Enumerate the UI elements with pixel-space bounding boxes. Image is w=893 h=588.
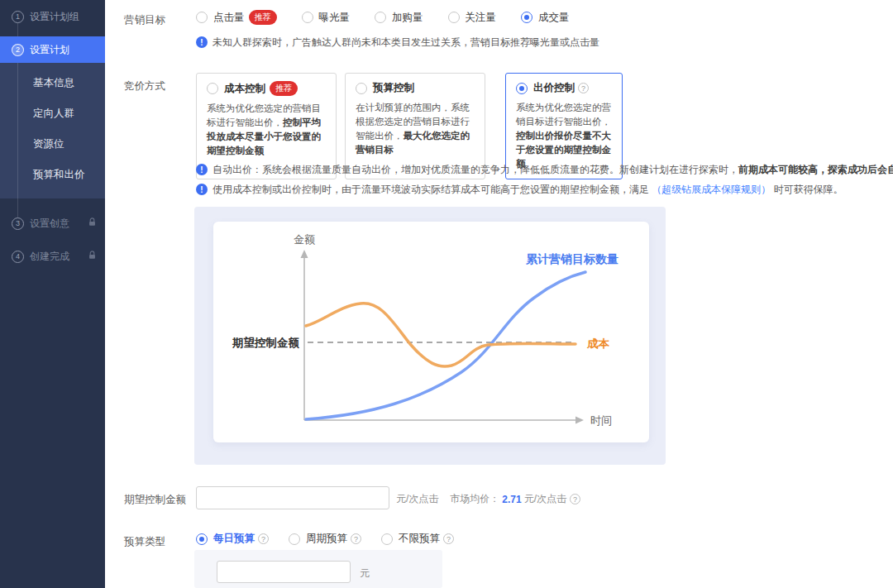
budget-type-label: 预算类型	[124, 535, 165, 549]
info-icon: !	[196, 184, 208, 195]
sidebar-item-basic-info[interactable]: 基本信息	[0, 68, 105, 98]
radio-daily-budget[interactable]: 每日预算 ?	[196, 532, 269, 546]
marketing-goal-label: 营销目标	[124, 13, 165, 27]
recommend-badge: 推荐	[249, 10, 277, 25]
help-icon[interactable]: ?	[258, 533, 269, 544]
sidebar-step-complete[interactable]: 4 创建完成	[0, 243, 105, 270]
radio-icon	[516, 83, 528, 94]
chart-dash-label: 期望控制金额	[232, 336, 300, 349]
step-label: 设置创意	[30, 217, 69, 231]
sidebar-step-set-plan[interactable]: 2 设置计划	[0, 36, 105, 63]
info-icon: !	[196, 36, 208, 48]
radio-period-budget[interactable]: 周期预算 ?	[289, 532, 361, 546]
market-average-price: 2.71	[502, 494, 521, 505]
radio-icon	[302, 12, 313, 23]
radio-icon	[196, 12, 208, 23]
radio-transactions[interactable]: 成交量	[521, 11, 570, 25]
expected-amount-units: 元/次点击 市场均价： 2.71 元/次点击 ?	[396, 492, 580, 506]
help-icon[interactable]: ?	[578, 83, 589, 93]
lock-icon	[88, 251, 97, 262]
step-label: 创建完成	[30, 250, 69, 264]
ad-plan-setup-page: 1 设置计划组 2 设置计划 基本信息 定向人群 资源位 预算和出价 3 设置创…	[0, 0, 893, 588]
guarantee-rules-link[interactable]: （超级钻展成本保障规则）	[652, 184, 771, 195]
sidebar-item-targeting[interactable]: 定向人群	[0, 98, 105, 129]
bid-explainer-chart-card: 金额 时间 期望控制金额 累计营销目标数量 成本	[213, 222, 649, 442]
budget-unit: 元	[360, 566, 370, 581]
radio-icon	[521, 12, 532, 23]
radio-impressions[interactable]: 曝光量	[302, 11, 351, 25]
sidebar-step-plan-group[interactable]: 1 设置计划组	[0, 3, 105, 30]
radio-icon	[381, 533, 393, 545]
sidebar-item-budget-bid[interactable]: 预算和出价	[0, 160, 105, 190]
chart-x-axis-label: 时间	[590, 414, 612, 427]
bidding-method-label: 竞价方式	[124, 79, 165, 93]
radio-unlimited-budget[interactable]: 不限预算 ?	[381, 532, 454, 546]
marketing-goal-hint: ! 未知人群探索时，广告触达人群尚未和本类目发生过关系，营销目标推荐曝光量或点击…	[196, 36, 599, 50]
expected-amount-label: 期望控制金额	[124, 493, 186, 507]
expected-amount-input[interactable]	[196, 486, 389, 509]
radio-icon	[289, 533, 300, 545]
step-number-badge: 3	[12, 218, 24, 230]
sidebar: 1 设置计划组 2 设置计划 基本信息 定向人群 资源位 预算和出价 3 设置创…	[0, 0, 105, 588]
cost-guarantee-note: ! 使用成本控制或出价控制时，由于流量环境波动实际结算成本可能高于您设置的期望控…	[196, 183, 843, 197]
bid-explainer-chart-panel: 金额 时间 期望控制金额 累计营销目标数量 成本	[194, 207, 666, 465]
help-icon[interactable]: ?	[351, 533, 361, 544]
bid-explainer-chart: 金额 时间 期望控制金额 累计营销目标数量 成本	[213, 222, 649, 442]
radio-follows[interactable]: 关注量	[448, 11, 497, 25]
main-content: 营销目标 点击量 推荐 曝光量 加购量 关注量 成交量	[105, 0, 893, 588]
marketing-goal-radio-group: 点击量 推荐 曝光量 加购量 关注量 成交量	[196, 10, 595, 25]
auto-bid-note: ! 自动出价：系统会根据流量质量自动出价，增加对优质流量的竞争力，降低低质流量的…	[196, 163, 893, 177]
sidebar-item-placement[interactable]: 资源位	[0, 129, 105, 160]
step-number-badge: 1	[12, 11, 24, 23]
radio-icon	[356, 83, 367, 94]
radio-icon	[448, 12, 460, 23]
step-number-badge: 2	[12, 44, 24, 56]
radio-add-to-cart[interactable]: 加购量	[375, 11, 423, 25]
budget-type-radio-group: 每日预算 ? 周期预算 ? 不限预算 ?	[196, 532, 479, 546]
radio-clicks[interactable]: 点击量 推荐	[196, 10, 277, 25]
budget-amount-panel: 元	[194, 550, 442, 588]
step-label: 设置计划组	[30, 10, 79, 24]
sidebar-step-creative[interactable]: 3 设置创意	[0, 210, 105, 237]
recommend-badge: 推荐	[270, 81, 298, 96]
lock-icon	[88, 218, 97, 229]
radio-icon	[375, 12, 386, 23]
help-icon[interactable]: ?	[570, 494, 580, 504]
info-icon: !	[196, 164, 208, 175]
chart-series2-label: 成本	[586, 337, 610, 350]
chart-series1-label: 累计营销目标数量	[525, 252, 618, 265]
radio-icon	[196, 533, 208, 545]
step-label: 设置计划	[30, 43, 69, 57]
budget-amount-input[interactable]	[217, 561, 351, 583]
sidebar-submenu: 基本信息 定向人群 资源位 预算和出价	[0, 63, 105, 198]
radio-icon	[207, 83, 218, 94]
chart-y-axis-label: 金额	[294, 233, 315, 246]
step-number-badge: 4	[12, 251, 24, 263]
help-icon[interactable]: ?	[443, 533, 454, 544]
